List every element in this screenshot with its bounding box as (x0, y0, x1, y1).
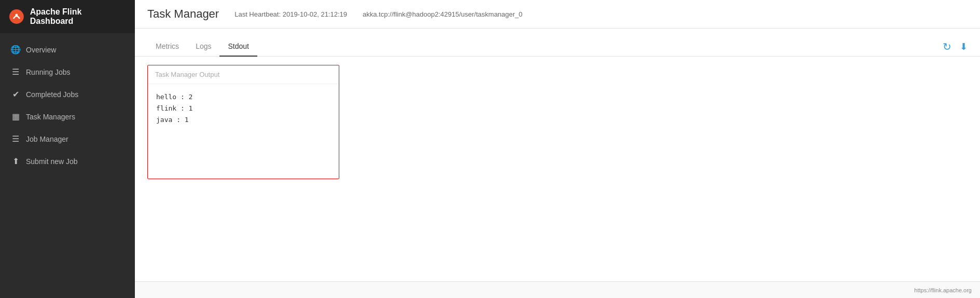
app-title: Apache Flink Dashboard (30, 7, 127, 26)
sidebar-item-job-manager[interactable]: ☰ Job Manager (0, 128, 135, 150)
sidebar-item-label: Running Jobs (26, 68, 71, 76)
sidebar-item-running-jobs[interactable]: ☰ Running Jobs (0, 61, 135, 83)
sidebar-item-label: Completed Jobs (26, 90, 78, 99)
sidebar-item-label: Task Managers (26, 113, 75, 121)
tab-logs[interactable]: Logs (187, 37, 219, 57)
completed-jobs-icon: ✔ (10, 89, 21, 99)
page-header: Task Manager Last Heartbeat: 2019-10-02,… (135, 0, 980, 29)
refresh-icon[interactable]: ↻ (943, 40, 951, 53)
flink-logo-icon (8, 8, 25, 25)
tab-content-stdout: Task Manager Output hello : 2 flink : 1 … (135, 57, 980, 273)
tab-stdout[interactable]: Stdout (219, 37, 257, 57)
task-managers-icon: ▦ (10, 112, 21, 121)
content-area: Metrics Logs Stdout ↻ ⬇ Task Manager Out… (135, 29, 980, 281)
page-footer: https://flink.apache.org (135, 281, 980, 298)
download-icon[interactable]: ⬇ (960, 41, 968, 52)
sidebar-item-label: Overview (26, 46, 56, 54)
sidebar-nav: 🌐 Overview ☰ Running Jobs ✔ Completed Jo… (0, 33, 135, 172)
output-container: Task Manager Output hello : 2 flink : 1 … (147, 65, 339, 179)
output-text: hello : 2 flink : 1 java : 1 (148, 84, 339, 179)
running-jobs-icon: ☰ (10, 67, 21, 77)
submit-job-icon: ⬆ (10, 156, 21, 166)
sidebar-item-overview[interactable]: 🌐 Overview (0, 38, 135, 61)
job-manager-icon: ☰ (10, 134, 21, 144)
sidebar-item-task-managers[interactable]: ▦ Task Managers (0, 105, 135, 128)
tab-metrics[interactable]: Metrics (147, 37, 187, 57)
sidebar-item-label: Job Manager (26, 135, 68, 143)
output-label: Task Manager Output (148, 65, 339, 84)
sidebar-item-submit-new-job[interactable]: ⬆ Submit new Job (0, 150, 135, 172)
main-content: Task Manager Last Heartbeat: 2019-10-02,… (135, 0, 980, 298)
svg-point-1 (15, 14, 18, 17)
heartbeat-info: Last Heartbeat: 2019-10-02, 21:12:19 (234, 10, 347, 18)
akka-path: akka.tcp://flink@hadoop2:42915/user/task… (363, 10, 522, 18)
footer-link[interactable]: https://flink.apache.org (914, 287, 972, 293)
sidebar-item-completed-jobs[interactable]: ✔ Completed Jobs (0, 83, 135, 105)
sidebar: Apache Flink Dashboard 🌐 Overview ☰ Runn… (0, 0, 135, 298)
page-title: Task Manager (147, 7, 219, 21)
sidebar-header: Apache Flink Dashboard (0, 0, 135, 33)
overview-icon: 🌐 (10, 45, 21, 55)
sidebar-item-label: Submit new Job (26, 157, 78, 166)
tabs-row: Metrics Logs Stdout ↻ ⬇ (135, 37, 980, 57)
toolbar-icons: ↻ ⬇ (943, 40, 968, 53)
